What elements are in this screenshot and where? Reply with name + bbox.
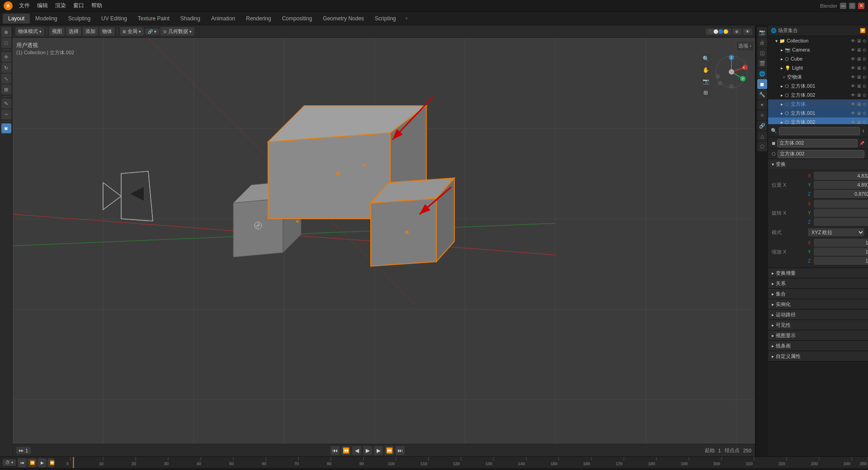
next-keyframe-button[interactable]: ⏩ [385,446,394,455]
obj-pin-icon[interactable]: 📌 [859,141,864,146]
transform-orientation[interactable]: ⊞ 全局 ▾ [120,27,144,36]
outliner-light[interactable]: ▸ 💡 Light 👁 🖥 ⊙ [768,63,868,72]
object-data-icon[interactable]: △ [757,131,767,141]
properties-search-input[interactable] [779,127,860,135]
outliner-cube002[interactable]: ▸ ⬡ 立方体.002 👁 🖥 ⊙ [768,90,868,99]
hand-pan-icon[interactable]: ✋ [701,65,711,75]
properties-search-expand[interactable]: ⬆ [862,129,865,133]
timeline-type-selector[interactable]: ⏱▾ [3,459,16,466]
motion-paths-header[interactable]: ▸ 运动路径 [768,310,868,320]
outliner-cube001[interactable]: ▸ ⬡ 立方体.001 👁 🖥 ⊙ [768,81,868,90]
select-menu[interactable]: 选择 [66,27,81,36]
viewport-display-header[interactable]: ▸ 视图显示 [768,330,868,340]
rotation-mode-select[interactable]: XYZ 欧拉 [808,228,864,236]
outliner-collection[interactable]: ▾ 📁 Collection 👁 🖥 ⊙ [768,36,868,45]
view-layer-icon[interactable]: ◫ [757,48,767,58]
cursor-tool[interactable]: ⊕ [1,27,11,37]
outliner-camera[interactable]: ▸ 📷 Camera 👁 🖥 ⊙ [768,45,868,54]
transform-delta-header[interactable]: ▸ 变换增量 [768,268,868,278]
proportional-editing[interactable]: ⊙ 几何数据 ▾ [160,27,194,36]
timeline-prev-key[interactable]: ⏪ [28,458,37,467]
position-y-input[interactable]: 4.8971 m [814,181,868,189]
world-icon[interactable]: 🌐 [757,69,767,79]
view-menu[interactable]: 视图 [49,27,65,36]
outliner-cube[interactable]: ▸ ⬡ Cube 👁 🖥 ⊙ [768,54,868,63]
next-frame-button[interactable]: ▶ [374,446,383,455]
scale-y-input[interactable] [814,248,868,256]
outliner-cube-base[interactable]: ▸ ⬡ 立方体 👁 🖥 ⊙ [768,99,868,108]
transform-section-header[interactable]: ▾ 变换 [768,159,868,169]
overlay-toggle[interactable]: 👁 [743,28,752,35]
menu-edit[interactable]: 编辑 [34,1,51,10]
lineart-header[interactable]: ▸ 线条画 [768,341,868,351]
tab-rendering[interactable]: Rendering [241,14,276,24]
object-menu[interactable]: 物体 [99,27,115,36]
menu-file[interactable]: 文件 [16,1,33,10]
tab-animation[interactable]: Animation [206,14,241,24]
custom-props-header[interactable]: ▸ 自定义属性 [768,351,868,361]
snap-settings[interactable]: 🔗 ▾ [145,28,159,35]
magnifier-icon[interactable]: 🔍 [701,54,711,64]
tab-sculpting[interactable]: Sculpting [63,14,96,24]
collections-header[interactable]: ▸ 集合 [768,289,868,299]
grid-view-icon[interactable]: ⊞ [701,88,711,98]
play-button[interactable]: ▶ [363,446,372,455]
tab-modeling[interactable]: Modeling [30,14,63,24]
tab-layout[interactable]: Layout [3,14,30,24]
window-minimize[interactable]: — [840,3,846,9]
view-shading-mode[interactable]: ⚫⚪🔵🟡 [706,28,731,35]
outliner-filter-icon[interactable]: 🔽 [860,28,865,33]
skip-end-button[interactable]: ⏭ [396,446,405,455]
rotation-z-input[interactable] [814,218,868,226]
scale-z-input[interactable] [814,257,868,265]
outliner-empty1[interactable]: ○ 空物体 👁 🖥 ⊙ [768,72,868,81]
rotation-y-input[interactable] [814,209,868,217]
measure-tool[interactable]: ⇿ [1,109,11,119]
viewport-navigation-gizmo[interactable]: X Y Z [713,54,750,90]
tab-geometry-nodes[interactable]: Geometry Nodes [317,14,369,24]
tab-compositing[interactable]: Compositing [277,14,318,24]
relations-header[interactable]: ▸ 关系 [768,278,868,288]
timeline-ruler[interactable]: 0 10 20 30 40 50 60 70 80 90 1 [54,457,868,468]
window-close[interactable]: ✕ [858,3,864,9]
scene-icon[interactable]: 🎬 [757,58,767,68]
particles-icon[interactable]: ✦ [757,100,767,110]
scale-tool[interactable]: ⤡ [1,74,11,84]
outliner-cube002-active[interactable]: ▸ ⬡ 立方体.002 👁 🖥 ⊙ [768,118,868,125]
3d-viewport[interactable]: 用户透视 (1) Collection | 立方体.002 选项 › X [13,38,755,444]
gizmo-toggle[interactable]: ⊕ [732,28,741,35]
mode-selector[interactable]: 物体模式 ▾ [15,27,44,36]
rotation-x-input[interactable] [814,200,868,208]
menu-help[interactable]: 帮助 [89,1,105,10]
modifier-icon[interactable]: 🔧 [757,89,767,99]
position-x-input[interactable]: 4.8325 m [814,172,868,180]
physics-icon[interactable]: ⚛ [757,110,767,120]
skip-start-button[interactable]: ⏮ [330,446,340,455]
menu-render[interactable]: 渲染 [52,1,69,10]
tab-scripting[interactable]: Scripting [369,14,401,24]
scale-x-input[interactable] [814,239,868,247]
cube-small-object[interactable] [366,176,463,277]
viewport-options-button[interactable]: 选项 › [736,42,753,50]
annotate-tool[interactable]: ✎ [1,99,11,108]
object-icon[interactable]: ◼ [757,79,767,89]
frame-control[interactable]: ▸▸ 1 [16,447,31,454]
add-workspace-button[interactable]: + [401,14,412,24]
object-name-input[interactable] [777,139,858,147]
render-properties-icon[interactable]: 📷 [757,27,767,37]
timeline-skip-start[interactable]: ⏮ [18,458,27,467]
rotate-tool[interactable]: ↻ [1,63,11,73]
timeline-play[interactable]: ▶ [38,458,47,467]
camera-object[interactable] [94,169,166,225]
add-cube-tool[interactable]: ▣ [1,123,11,133]
mesh-name-input[interactable] [778,150,864,158]
constraints-icon[interactable]: 🔗 [757,121,767,131]
tab-texture-paint[interactable]: Texture Paint [132,14,175,24]
transform-tool[interactable]: ⊞ [1,85,11,94]
material-icon[interactable]: ⬡ [757,141,767,151]
move-tool[interactable]: ✛ [1,52,11,62]
prev-keyframe-button[interactable]: ⏪ [341,446,350,455]
position-z-input[interactable]: 0.87626 m [814,190,868,198]
camera-view-icon[interactable]: 📷 [701,76,711,86]
tab-shading[interactable]: Shading [175,14,206,24]
